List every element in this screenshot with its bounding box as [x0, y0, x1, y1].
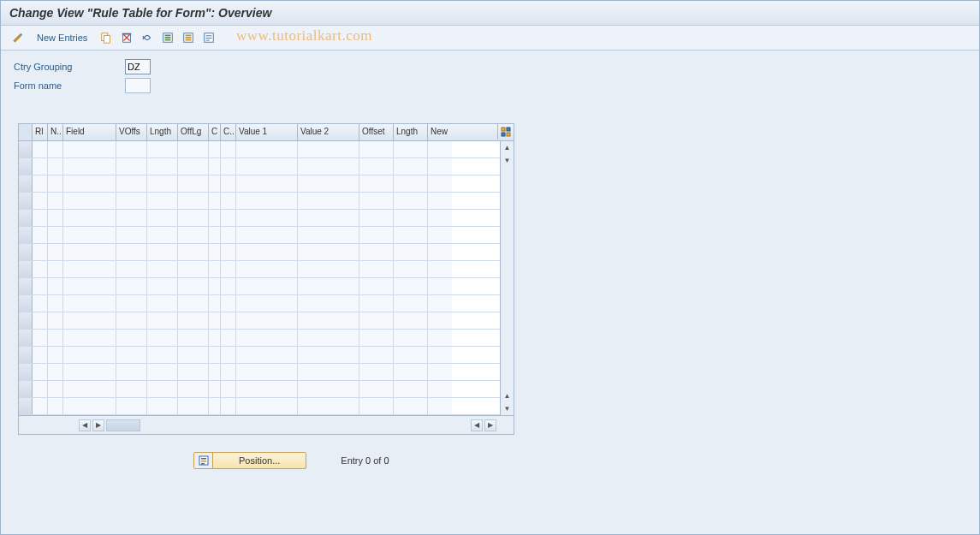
cell[interactable] [359, 312, 394, 329]
table-row[interactable] [19, 210, 500, 227]
table-row[interactable] [19, 261, 500, 278]
cell[interactable] [298, 227, 359, 243]
cell[interactable] [298, 347, 359, 363]
hscroll-right-end-icon[interactable]: ▶ [484, 419, 496, 431]
cell[interactable] [178, 381, 209, 397]
cell[interactable] [298, 210, 359, 226]
cell[interactable] [48, 312, 63, 329]
row-selector[interactable] [19, 347, 33, 363]
cell[interactable] [209, 158, 221, 175]
row-selector[interactable] [19, 398, 33, 414]
cell[interactable] [221, 141, 236, 158]
cell[interactable] [394, 330, 428, 346]
cell[interactable] [178, 278, 209, 294]
new-entries-button[interactable]: New Entries [30, 29, 94, 46]
cell[interactable] [33, 398, 48, 414]
cell[interactable] [236, 210, 298, 226]
vertical-scrollbar[interactable]: ▲ ▼ ▲ ▼ [500, 141, 514, 415]
cell[interactable] [394, 347, 428, 363]
cell[interactable] [147, 398, 178, 414]
cell[interactable] [428, 227, 452, 243]
cell[interactable] [428, 312, 452, 329]
column-lngth2[interactable]: Lngth [394, 124, 428, 140]
cell[interactable] [63, 347, 116, 363]
cell[interactable] [178, 312, 209, 329]
table-row[interactable] [19, 193, 500, 210]
cell[interactable] [116, 210, 147, 226]
scroll-track[interactable] [501, 167, 514, 389]
cell[interactable] [178, 295, 209, 312]
table-row[interactable] [19, 295, 500, 312]
cell[interactable] [116, 295, 147, 312]
cell[interactable] [147, 193, 178, 209]
cell[interactable] [116, 278, 147, 294]
cell[interactable] [178, 261, 209, 277]
cell[interactable] [63, 295, 116, 312]
cell[interactable] [359, 278, 394, 294]
cell[interactable] [209, 210, 221, 226]
cell[interactable] [221, 381, 236, 397]
cell[interactable] [359, 193, 394, 209]
cell[interactable] [33, 330, 48, 346]
row-selector[interactable] [19, 295, 33, 312]
cell[interactable] [48, 244, 63, 260]
row-selector[interactable] [19, 278, 33, 294]
cell[interactable] [48, 210, 63, 226]
cell[interactable] [147, 278, 178, 294]
cell[interactable] [33, 261, 48, 277]
cell[interactable] [116, 227, 147, 243]
cell[interactable] [298, 295, 359, 312]
undo-button[interactable] [139, 29, 156, 46]
cell[interactable] [147, 347, 178, 363]
select-all-button[interactable] [159, 29, 176, 46]
table-row[interactable] [19, 364, 500, 381]
cell[interactable] [209, 278, 221, 294]
row-selector[interactable] [19, 141, 33, 158]
cell[interactable] [221, 261, 236, 277]
cell[interactable] [63, 175, 116, 192]
cell[interactable] [394, 398, 428, 414]
cell[interactable] [116, 330, 147, 346]
cell[interactable] [33, 193, 48, 209]
cell[interactable] [394, 278, 428, 294]
cell[interactable] [394, 244, 428, 260]
cell[interactable] [178, 193, 209, 209]
column-selector[interactable] [19, 124, 33, 140]
cell[interactable] [178, 330, 209, 346]
cell[interactable] [359, 158, 394, 175]
cell[interactable] [394, 261, 428, 277]
cell[interactable] [359, 210, 394, 226]
column-offset[interactable]: Offset [359, 124, 394, 140]
cell[interactable] [359, 398, 394, 414]
cell[interactable] [63, 330, 116, 346]
table-row[interactable] [19, 312, 500, 330]
cell[interactable] [209, 312, 221, 329]
cell[interactable] [178, 158, 209, 175]
hscroll-thumb[interactable] [106, 419, 140, 431]
row-selector[interactable] [19, 244, 33, 260]
cell[interactable] [428, 244, 452, 260]
cell[interactable] [48, 227, 63, 243]
hscroll-left-icon[interactable]: ◀ [79, 419, 91, 431]
cell[interactable] [33, 381, 48, 397]
cell[interactable] [221, 330, 236, 346]
cell[interactable] [236, 364, 298, 380]
cell[interactable] [33, 347, 48, 363]
cell[interactable] [48, 261, 63, 277]
cell[interactable] [116, 158, 147, 175]
cell[interactable] [428, 364, 452, 380]
cell[interactable] [428, 347, 452, 363]
cell[interactable] [298, 244, 359, 260]
cell[interactable] [33, 158, 48, 175]
cell[interactable] [359, 295, 394, 312]
scroll-down-small-icon[interactable]: ▼ [501, 154, 514, 167]
delete-button[interactable] [118, 29, 135, 46]
cell[interactable] [359, 347, 394, 363]
cell[interactable] [48, 330, 63, 346]
ctry-grouping-input[interactable]: DZ [125, 59, 151, 74]
cell[interactable] [428, 193, 452, 209]
row-selector[interactable] [19, 158, 33, 175]
cell[interactable] [428, 278, 452, 294]
cell[interactable] [147, 227, 178, 243]
cell[interactable] [394, 295, 428, 312]
